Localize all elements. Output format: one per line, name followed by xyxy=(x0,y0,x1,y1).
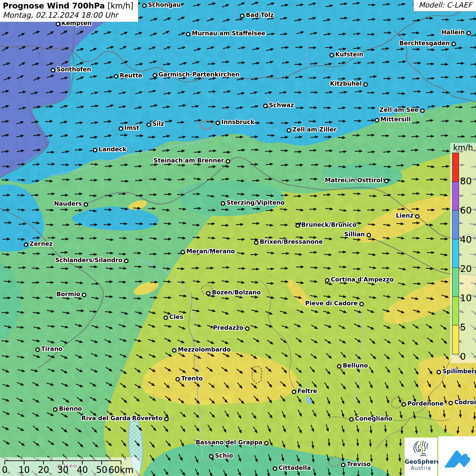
city-label: Codroipo xyxy=(454,399,476,406)
city-marker xyxy=(56,22,60,26)
city-marker xyxy=(245,326,250,331)
city-label: Bad Tölz xyxy=(246,12,274,19)
city-marker xyxy=(24,242,28,247)
legend-tick-label: 10 xyxy=(460,293,472,303)
city-label: Matrei in Osttirol xyxy=(325,177,382,184)
city-label: Cortina d'Ampezzo xyxy=(331,276,394,283)
city-label: Cles xyxy=(169,313,183,321)
city-marker xyxy=(384,179,389,183)
wind-forecast-map: SchongauBad TölzKemptenMurnau am Staffel… xyxy=(0,0,476,476)
city-marker xyxy=(437,370,441,374)
legend-color-bar xyxy=(452,153,459,354)
city-marker xyxy=(292,390,296,394)
city-label: Feltre xyxy=(298,388,317,395)
city-marker xyxy=(325,278,329,283)
map-valid-time: Montag, 02.12.2024 18:00 Uhr xyxy=(3,11,133,19)
city-marker xyxy=(216,121,220,125)
city-marker xyxy=(240,14,244,18)
app-logo-box xyxy=(438,436,476,476)
city-label: Lienz xyxy=(396,212,413,219)
legend-unit-label: km/h xyxy=(453,143,473,152)
scale-tick-label: 40 xyxy=(76,465,88,475)
city-marker xyxy=(206,291,210,295)
distance-scale-bar: 0102030405060km xyxy=(0,457,140,476)
geosphere-org-name: GeoSphere xyxy=(405,459,437,465)
city-label: Schongau xyxy=(148,1,181,8)
city-label: Trento xyxy=(181,375,203,382)
city-label: Sonthofen xyxy=(56,66,91,73)
city-label: Garmisch-Partenkirchen xyxy=(158,71,239,78)
city-marker xyxy=(226,159,230,164)
city-marker xyxy=(420,108,425,113)
legend-segment xyxy=(452,182,459,211)
mountain-cloud-icon xyxy=(442,441,473,472)
city-marker xyxy=(448,401,453,405)
city-label: Brixen/Bressanone xyxy=(260,238,323,245)
city-label: Murnau am Staffelsee xyxy=(192,30,265,37)
legend-segment xyxy=(452,210,459,239)
city-marker xyxy=(349,417,354,422)
city-marker xyxy=(287,128,291,133)
city-marker xyxy=(51,68,55,72)
city-marker xyxy=(402,402,406,407)
city-marker xyxy=(341,463,345,467)
city-marker xyxy=(124,259,129,263)
city-label: Silz xyxy=(152,120,164,128)
legend-tick-label: 60 xyxy=(460,205,472,216)
city-label: Landeck xyxy=(99,146,126,153)
scale-tick-label: 20 xyxy=(38,465,49,475)
legend-segment xyxy=(452,325,459,354)
city-marker xyxy=(142,3,147,8)
map-title: Prognose Wind 700hPa[km/h] xyxy=(3,1,133,10)
city-label: Bormio xyxy=(56,291,80,298)
city-label: Tirano xyxy=(41,345,63,353)
city-marker xyxy=(415,214,420,219)
city-label: Belluno xyxy=(343,362,368,369)
city-label: Sillian xyxy=(344,231,365,238)
map-title-text: Prognose Wind 700hPa xyxy=(3,1,105,10)
legend-segment xyxy=(452,296,459,326)
city-marker xyxy=(172,348,176,353)
wind-speed-legend: km/h 806040201050 xyxy=(450,143,476,363)
city-label: Riva del Garda xyxy=(82,415,131,422)
city-label: Rovereto xyxy=(132,415,163,422)
city-marker xyxy=(84,202,88,207)
city-label: Zell am See xyxy=(379,106,419,114)
city-marker xyxy=(186,32,190,36)
city-marker xyxy=(264,441,269,445)
city-label: Zell am Ziller xyxy=(292,126,337,133)
city-label: Conegliano xyxy=(355,415,392,422)
city-label: Reutte xyxy=(120,72,142,79)
legend-tick-label: 0 xyxy=(460,352,466,362)
city-marker xyxy=(452,42,456,46)
city-label: Spilimbergo xyxy=(442,368,476,375)
city-marker xyxy=(181,250,185,254)
city-label: Sterzing/Vipiteno xyxy=(226,199,285,206)
city-label: Bruneck/Brunico xyxy=(301,221,356,228)
model-label: Modell: C-LAEF xyxy=(413,0,476,12)
city-marker xyxy=(209,454,214,459)
map-title-unit: [km/h] xyxy=(107,1,133,10)
city-label: Schio xyxy=(215,452,233,459)
city-marker xyxy=(53,407,57,412)
city-marker xyxy=(363,82,368,87)
city-marker xyxy=(273,466,277,471)
legend-tick-label: 40 xyxy=(460,235,472,245)
legend-segment xyxy=(452,153,459,182)
city-label: Mittersill xyxy=(380,116,411,123)
geosphere-logo: GeoSphere Austria xyxy=(405,438,437,476)
city-label: Innsbruck xyxy=(221,119,254,126)
city-label: Schlanders/Silandro xyxy=(55,257,122,264)
geosphere-country: Austria xyxy=(405,465,437,471)
city-marker xyxy=(114,74,118,79)
title-box: Prognose Wind 700hPa[km/h] Montag, 02.12… xyxy=(0,0,138,22)
city-label: Zernez xyxy=(30,240,53,248)
city-label: Treviso xyxy=(347,461,371,468)
city-marker xyxy=(119,126,123,131)
city-label: Cittadella xyxy=(278,464,311,472)
city-label: Kufstein xyxy=(335,51,363,58)
scale-tick-label: 50 xyxy=(96,465,107,475)
city-label: Hallein xyxy=(441,29,465,36)
city-marker xyxy=(221,201,225,206)
city-marker xyxy=(82,293,86,297)
